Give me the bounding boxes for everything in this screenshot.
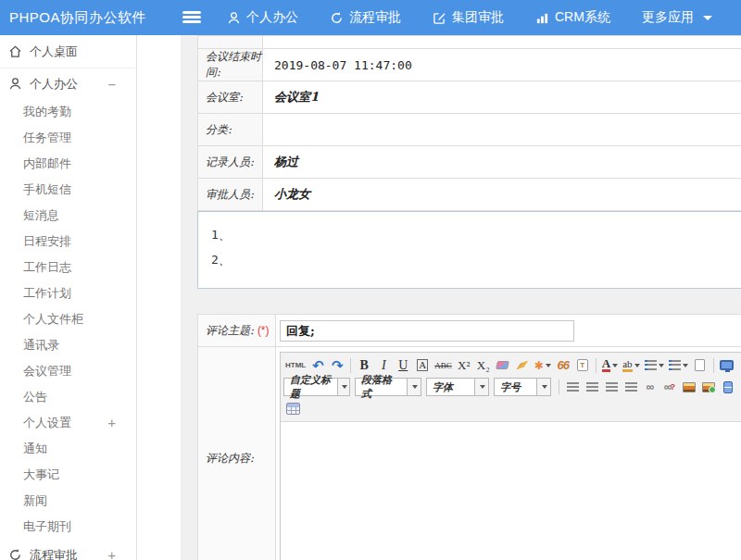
meeting-room-value: 会议室1 xyxy=(263,81,741,114)
italic-button[interactable]: I xyxy=(374,356,393,375)
sidebar-item-workflow-approval[interactable]: 流程审批 + xyxy=(0,540,136,560)
highlight-color-button[interactable]: ab xyxy=(621,356,641,375)
align-center-icon[interactable] xyxy=(583,378,601,396)
sidebar-item-label: 个人设置 xyxy=(23,415,71,431)
comment-content-cell: HTML ↶ ↷ B I U A ABC X² X₂ xyxy=(276,347,741,560)
redo-icon[interactable]: ↷ xyxy=(328,356,346,375)
sidebar-item-news[interactable]: 新闻 xyxy=(0,488,136,514)
top-nav: 个人办公 流程审批 集团审批 CRM系统 更多应用 xyxy=(214,0,725,35)
unordered-list-button[interactable] xyxy=(667,356,690,375)
sidebar-item-internal-mail[interactable]: 内部邮件 xyxy=(0,151,136,177)
bold-button[interactable]: B xyxy=(355,356,373,375)
align-justify-icon[interactable] xyxy=(622,378,640,396)
collapse-icon[interactable]: − xyxy=(108,77,136,92)
comment-content-label: 评论内容: xyxy=(198,347,276,560)
new-page-icon[interactable] xyxy=(691,356,710,375)
undo-icon[interactable]: ↶ xyxy=(308,356,327,375)
remove-link-icon[interactable]: ∞? xyxy=(660,378,679,396)
sidebar-item-memorabilia[interactable]: 大事记 xyxy=(0,462,136,488)
editor-content-area[interactable] xyxy=(281,422,741,560)
align-right-icon[interactable] xyxy=(602,378,621,396)
sidebar-item-personal-files[interactable]: 个人文件柜 xyxy=(0,306,136,332)
sidebar-item-contacts[interactable]: 通讯录 xyxy=(0,332,136,358)
sidebar-item-label: 流程审批 xyxy=(30,547,78,560)
sidebar-item-sms[interactable]: 手机短信 xyxy=(0,177,136,203)
insert-link-icon[interactable]: ∞ xyxy=(641,378,659,396)
person-icon xyxy=(8,77,22,91)
hamburger-menu-icon[interactable] xyxy=(182,11,201,24)
top-header: PHPOA协同办公软件 个人办公 流程审批 集团审批 CRM系统 xyxy=(0,0,741,35)
content-line: 1、 xyxy=(211,227,741,252)
nav-more-apps[interactable]: 更多应用 xyxy=(629,0,725,35)
autoformat-wand-icon[interactable]: ✱ xyxy=(533,356,553,375)
sidebar-item-notice[interactable]: 通知 xyxy=(0,436,136,462)
font-box-glyph: A xyxy=(417,359,428,371)
cycle-icon xyxy=(330,11,344,25)
heading-select[interactable]: 自定义标题 xyxy=(283,378,350,396)
link-glyph: ∞ xyxy=(647,380,655,393)
nav-group-approval[interactable]: 集团审批 xyxy=(420,0,517,35)
blockquote-button[interactable]: 66 xyxy=(554,356,572,375)
upload-image-icon[interactable] xyxy=(699,378,718,396)
paste-as-text-icon[interactable]: T xyxy=(573,356,592,375)
font-size-select[interactable]: 字号 xyxy=(494,378,551,396)
approver-value: 小龙女 xyxy=(263,179,741,211)
comment-subject-label-text: 评论主题: xyxy=(206,324,254,337)
font-style-button[interactable]: A xyxy=(413,356,432,375)
expand-icon[interactable]: + xyxy=(108,416,136,430)
nav-workflow-approval[interactable]: 流程审批 xyxy=(317,0,414,35)
format-painter-icon[interactable] xyxy=(513,356,532,375)
sidebar: 个人桌面 个人办公 − 我的考勤 任务管理 内部邮件 手机短信 短消息 日程安排… xyxy=(0,35,137,560)
app-title: PHPOA协同办公软件 xyxy=(0,9,171,27)
superscript-button[interactable]: X² xyxy=(455,356,473,375)
strikethrough-button[interactable]: ABC xyxy=(433,356,454,375)
comment-subject-input[interactable] xyxy=(280,320,574,342)
chart-icon xyxy=(535,11,549,25)
category-label: 分类: xyxy=(198,114,263,146)
unlink-mark: ? xyxy=(671,382,676,392)
sidebar-item-personal-desktop[interactable]: 个人桌面 xyxy=(0,35,136,68)
chevron-down-icon xyxy=(337,379,349,395)
underline-button[interactable]: U xyxy=(394,356,412,375)
sidebar-item-schedule[interactable]: 日程安排 xyxy=(0,229,136,255)
paragraph-format-select[interactable]: 段落格式 xyxy=(355,378,421,396)
sidebar-item-my-attendance[interactable]: 我的考勤 xyxy=(0,99,136,125)
person-icon xyxy=(227,11,241,25)
nav-crm-system[interactable]: CRM系统 xyxy=(522,0,623,35)
caret-down-icon xyxy=(703,16,712,20)
sidebar-item-label: 工作日志 xyxy=(23,259,71,276)
editor-toolbar: HTML ↶ ↷ B I U A ABC X² X₂ xyxy=(281,353,741,422)
font-color-button[interactable]: A xyxy=(600,356,620,375)
sidebar-item-personal-settings[interactable]: 个人设置 + xyxy=(0,410,136,436)
paragraph-format-label: 段落格式 xyxy=(356,373,407,401)
meeting-room-label: 会议室: xyxy=(198,81,263,114)
sidebar-item-announcement[interactable]: 公告 xyxy=(0,384,136,410)
html-source-button[interactable]: HTML xyxy=(283,356,308,375)
sidebar-item-task-management[interactable]: 任务管理 xyxy=(0,125,136,151)
sidebar-item-label: 个人办公 xyxy=(30,76,78,93)
sidebar-item-label: 个人文件柜 xyxy=(23,311,83,328)
subscript-button[interactable]: X₂ xyxy=(474,356,493,375)
insert-table-icon[interactable] xyxy=(283,400,302,418)
align-left-icon[interactable] xyxy=(563,378,582,396)
sidebar-item-label: 公告 xyxy=(23,389,47,405)
expand-icon[interactable]: + xyxy=(108,548,136,560)
font-family-select[interactable]: 字体 xyxy=(426,378,489,396)
fullscreen-icon[interactable] xyxy=(718,356,736,375)
ordered-list-button[interactable] xyxy=(643,356,666,375)
insert-media-icon[interactable] xyxy=(719,378,737,396)
sidebar-item-meeting-management[interactable]: 会议管理 xyxy=(0,358,136,384)
sidebar-item-work-plan[interactable]: 工作计划 xyxy=(0,280,136,306)
sidebar-item-e-journal[interactable]: 电子期刊 xyxy=(0,514,136,540)
highlight-glyph: ab xyxy=(622,359,632,372)
insert-image-icon[interactable] xyxy=(680,378,698,396)
eraser-icon[interactable] xyxy=(494,356,512,375)
nav-personal-office[interactable]: 个人办公 xyxy=(214,0,311,35)
sidebar-item-work-diary[interactable]: 工作日志 xyxy=(0,255,136,280)
chevron-down-icon xyxy=(536,379,550,395)
sidebar-item-short-message[interactable]: 短消息 xyxy=(0,203,136,229)
sidebar-item-personal-office[interactable]: 个人办公 − xyxy=(0,68,136,99)
heading-select-label: 自定义标题 xyxy=(284,373,337,401)
font-family-label: 字体 xyxy=(427,380,458,394)
toolbar-row-2: 自定义标题 段落格式 字体 xyxy=(283,376,741,398)
